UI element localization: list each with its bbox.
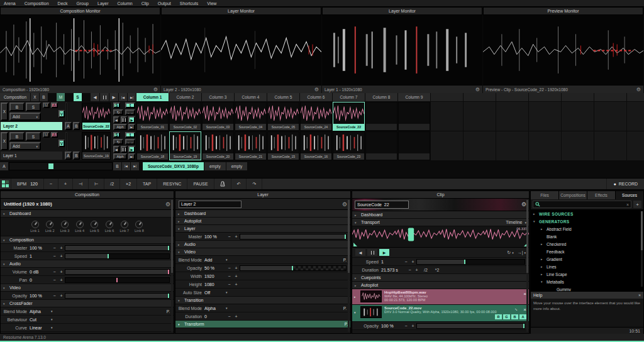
master-slider[interactable] bbox=[65, 245, 170, 251]
crossfader-b-button[interactable]: B bbox=[73, 152, 80, 160]
layer-volume-fader[interactable] bbox=[65, 102, 67, 121]
pause-button[interactable] bbox=[121, 146, 127, 153]
layer-name[interactable]: Layer 2 bbox=[1, 122, 62, 130]
play-backwards-button[interactable]: ◀ bbox=[91, 93, 99, 101]
increment-button[interactable]: + bbox=[409, 324, 416, 328]
crossfader-a-button[interactable]: A bbox=[65, 152, 72, 160]
clip-cell[interactable]: SourceCode_20 bbox=[202, 131, 234, 160]
clip-cell[interactable]: SourceCode_23 bbox=[333, 131, 365, 160]
layer-video-button[interactable]: V bbox=[58, 140, 65, 147]
bpm-display[interactable]: BPM120 bbox=[11, 179, 44, 189]
clip-cell[interactable] bbox=[398, 102, 430, 131]
transport-button[interactable]: /2 bbox=[104, 179, 120, 189]
layer-clear-button[interactable]: X bbox=[1, 102, 8, 121]
thumbnail-toggle-button[interactable]: t bbox=[125, 102, 135, 108]
clip-cell[interactable] bbox=[365, 102, 397, 131]
loop-mode-dropdown[interactable]: ↻ ▾ bbox=[507, 250, 513, 255]
dashboard-knob[interactable]: Link 3 bbox=[60, 221, 70, 233]
deck-tab[interactable]: empty bbox=[226, 162, 248, 170]
decrement-button[interactable]: − bbox=[402, 324, 409, 328]
menu-item[interactable]: Deck bbox=[58, 1, 68, 6]
column-header[interactable]: Column 2 bbox=[169, 93, 201, 101]
section-crossfader[interactable]: ▾CrossFader bbox=[1, 300, 174, 307]
dashboard-knob[interactable]: Link 1 bbox=[30, 221, 40, 233]
layer-mute-button[interactable]: M bbox=[43, 132, 50, 138]
transport-button[interactable]: ×2 bbox=[120, 179, 137, 189]
decrement-button[interactable]: − bbox=[402, 260, 409, 264]
clip-cell[interactable]: SourceCode_03 bbox=[202, 102, 234, 131]
record-button[interactable]: ●RECORD bbox=[606, 179, 644, 189]
opacity-slider[interactable] bbox=[416, 323, 525, 329]
loop-in-marker[interactable] bbox=[353, 243, 357, 246]
active-clip-thumbnail[interactable]: SourceCode_22 bbox=[82, 102, 111, 130]
scrollbar[interactable] bbox=[171, 200, 173, 332]
clip-waveform[interactable]: 06.337 bbox=[352, 226, 529, 248]
search-box[interactable]: × bbox=[533, 201, 631, 208]
scrollbar[interactable] bbox=[526, 200, 528, 332]
increment-button[interactable]: + bbox=[58, 278, 65, 282]
menu-item[interactable]: Layer bbox=[97, 1, 109, 6]
section-autopilot[interactable]: ▸Autopilot bbox=[352, 282, 529, 289]
double-duration-button[interactable]: *2 bbox=[431, 268, 443, 272]
section-dashboard[interactable]: ▸Dashboard bbox=[175, 210, 350, 218]
tree-item[interactable]: ▾ GENERATORS bbox=[531, 218, 643, 225]
clip-cell[interactable] bbox=[365, 131, 397, 160]
increment-button[interactable]: + bbox=[233, 234, 240, 239]
quantize-grid-icon[interactable] bbox=[0, 179, 11, 189]
composition-solo-button[interactable]: S bbox=[74, 93, 82, 101]
undo-button[interactable]: ↶ bbox=[231, 179, 247, 189]
loop-mode-icon[interactable]: ↻ bbox=[113, 139, 123, 145]
gear-icon[interactable]: ⚙ bbox=[475, 87, 480, 92]
transport-button[interactable]: PAUSE bbox=[187, 179, 214, 189]
direction-dropdown[interactable]: →| ▾ bbox=[518, 250, 526, 255]
channel-button[interactable]: A bbox=[519, 314, 526, 319]
volume-slider[interactable] bbox=[65, 269, 170, 275]
transport-button[interactable]: ⊢ bbox=[89, 179, 104, 189]
decrement-button[interactable]: − bbox=[226, 282, 233, 287]
chevron-down-icon[interactable]: ▾ bbox=[51, 309, 58, 313]
layer-audio-button[interactable]: A bbox=[51, 102, 58, 108]
skip-forward-icon[interactable]: ▶| bbox=[131, 162, 139, 170]
increment-button[interactable]: + bbox=[233, 314, 240, 319]
composition-bypass-button[interactable]: B bbox=[40, 93, 48, 101]
gear-icon[interactable]: ⚙ bbox=[521, 201, 526, 207]
transport-button[interactable]: RESYNC bbox=[157, 179, 187, 189]
column-header[interactable]: Column 1 bbox=[136, 93, 169, 101]
gear-icon[interactable]: ⚙ bbox=[314, 87, 319, 92]
deck-tab[interactable]: SourceCode_DXV3_1080p bbox=[143, 162, 204, 170]
gear-icon[interactable]: ⚙ bbox=[165, 201, 170, 207]
nudge-icons[interactable]: ←→ bbox=[125, 139, 135, 145]
play-forwards-button[interactable]: ▶ bbox=[379, 249, 389, 256]
decrement-button[interactable]: − bbox=[406, 268, 413, 272]
gear-icon[interactable]: ⚙ bbox=[636, 87, 641, 92]
composition-tab[interactable]: Composition bbox=[0, 93, 30, 101]
pause-button[interactable] bbox=[100, 93, 109, 101]
dashboard-knob[interactable]: Link 7 bbox=[119, 221, 129, 233]
deck-tab[interactable]: empty bbox=[204, 162, 226, 170]
increment-button[interactable]: + bbox=[233, 282, 240, 287]
menu-item[interactable]: Shortcuts bbox=[180, 1, 199, 6]
menu-item[interactable]: Clip bbox=[142, 1, 149, 6]
skip-back-icon[interactable]: |◀ bbox=[122, 162, 130, 170]
transport-button[interactable]: TAP bbox=[137, 179, 157, 189]
skip-forward-icon[interactable]: ▶| bbox=[128, 153, 135, 160]
layer-clear-button[interactable]: X bbox=[1, 132, 8, 150]
clear-search-icon[interactable]: × bbox=[626, 202, 629, 207]
section-audio[interactable]: ▸Audio bbox=[175, 241, 350, 248]
pause-button[interactable] bbox=[367, 249, 377, 256]
menu-item[interactable]: Output bbox=[158, 1, 171, 6]
clip-video-file-row[interactable]: ▾ SourceCode_22.mov DXV 3.0 Normal Quali… bbox=[352, 305, 529, 322]
loop-mode-icon[interactable]: ↻ bbox=[113, 109, 123, 115]
play-forwards-button[interactable]: ▶ bbox=[128, 146, 135, 153]
composition-name[interactable]: Untitled (1920 x 1080)⚙ bbox=[1, 199, 174, 210]
transport-button[interactable]: ⊣ bbox=[73, 179, 89, 189]
clip-cell[interactable]: SourceCode_19 bbox=[169, 131, 201, 160]
tree-item[interactable]: Gummy bbox=[531, 285, 643, 291]
layer-blend-dropdown[interactable]: Add▾ bbox=[9, 113, 41, 121]
section-autopilot[interactable]: ▸Autopilot bbox=[175, 218, 350, 225]
skip-forward-icon[interactable]: ▶| bbox=[128, 124, 135, 130]
gear-icon[interactable]: ⚙ bbox=[342, 201, 347, 207]
section-transition[interactable]: ▾Transition bbox=[175, 297, 350, 304]
composition-clear-button[interactable]: X bbox=[31, 93, 39, 101]
master-slider[interactable] bbox=[240, 234, 347, 240]
